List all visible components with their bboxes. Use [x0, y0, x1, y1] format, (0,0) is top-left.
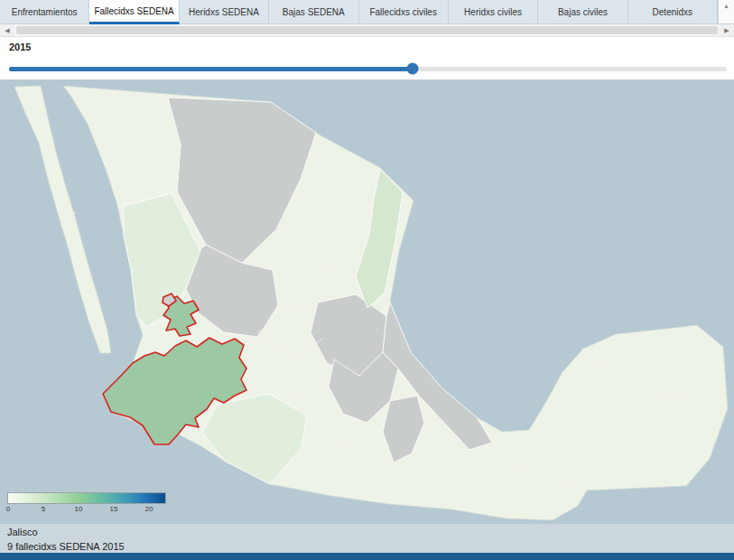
scroll-up-icon: ▲ — [723, 3, 729, 9]
scrollbar-track[interactable] — [14, 24, 720, 36]
tab-bajas-sedena[interactable]: Bajas SEDENA — [269, 0, 358, 24]
tab-label: Fallecidxs civiles — [369, 7, 436, 17]
tab-heridxs-civiles[interactable]: Heridxs civiles — [449, 0, 538, 24]
legend-tick: 10 — [75, 505, 83, 513]
slider-handle[interactable] — [406, 63, 418, 75]
color-legend: 0 5 10 15 20 — [7, 492, 166, 515]
tab-label: Heridxs SEDENA — [189, 7, 259, 17]
scroll-left-icon: ◀ — [5, 27, 9, 34]
slider-fill — [9, 67, 413, 71]
tab-label: Heridxs civiles — [464, 7, 522, 17]
tab-bajas-civiles[interactable]: Bajas civiles — [538, 0, 627, 24]
legend-ticks: 0 5 10 15 20 — [7, 505, 166, 515]
year-slider[interactable] — [9, 63, 727, 74]
tab-label: Bajas civiles — [558, 7, 608, 17]
tab-detenidxs[interactable]: Detenidxs — [628, 0, 718, 24]
tab-enfrentamientos[interactable]: Enfrentamientos — [0, 0, 89, 24]
mexico-map-svg[interactable] — [0, 79, 734, 524]
timeline-panel: 2015 — [0, 37, 734, 79]
tab-fallecidxs-sedena[interactable]: Fallecidxs SEDENA — [89, 0, 179, 24]
hovered-region-name: Jalisco — [7, 526, 734, 538]
choropleth-map[interactable]: 0 5 10 15 20 — [0, 79, 734, 524]
app-window: Enfrentamientos Fallecidxs SEDENA Heridx… — [0, 0, 734, 560]
scroll-right-button[interactable]: ▶ — [720, 24, 734, 36]
horizontal-scrollbar[interactable]: ◀ ▶ — [0, 24, 734, 37]
tab-fallecidxs-civiles[interactable]: Fallecidxs civiles — [359, 0, 449, 24]
scroll-right-icon: ▶ — [724, 27, 729, 34]
tab-label: Detenidxs — [653, 7, 692, 17]
bottom-accent-bar — [0, 553, 734, 560]
tab-heridxs-sedena[interactable]: Heridxs SEDENA — [180, 0, 269, 24]
status-strip: Jalisco 9 fallecidxs SEDENA 2015 — [0, 524, 734, 553]
legend-tick: 15 — [110, 505, 118, 513]
tab-label: Fallecidxs SEDENA — [94, 6, 173, 16]
tab-label: Bajas SEDENA — [283, 7, 345, 17]
legend-gradient-bar — [7, 492, 166, 504]
vertical-scroll-up-button[interactable]: ▲ — [718, 0, 734, 24]
legend-tick: 20 — [145, 505, 153, 513]
year-label: 2015 — [9, 42, 31, 52]
legend-tick: 0 — [6, 505, 10, 513]
hovered-region-detail: 9 fallecidxs SEDENA 2015 — [7, 540, 734, 553]
tab-label: Enfrentamientos — [12, 7, 78, 17]
legend-tick: 5 — [42, 505, 45, 513]
scroll-left-button[interactable]: ◀ — [0, 24, 14, 36]
tab-bar: Enfrentamientos Fallecidxs SEDENA Heridx… — [0, 0, 734, 24]
scrollbar-thumb[interactable] — [16, 26, 718, 34]
